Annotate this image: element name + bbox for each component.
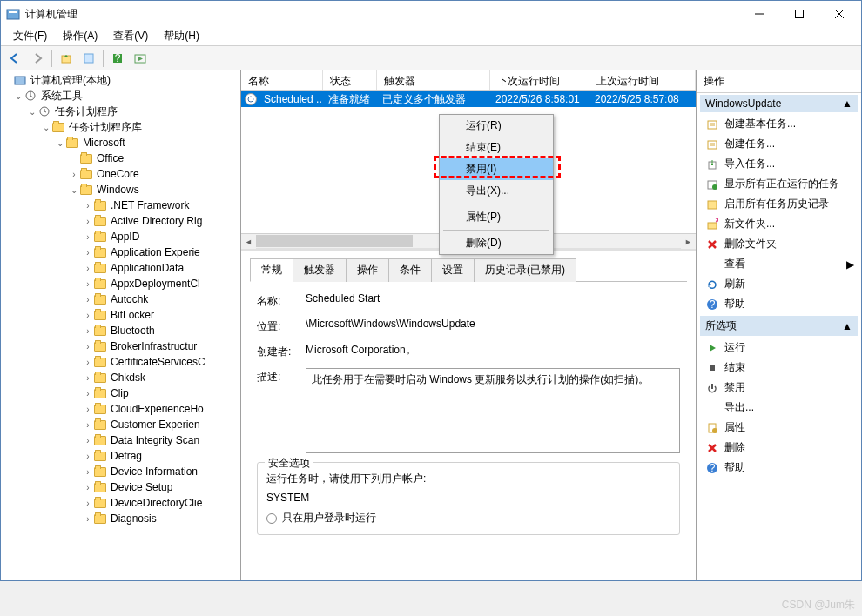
menu-help[interactable]: 帮助(H) <box>157 27 206 45</box>
tree-item[interactable]: ›Active Directory Rig <box>1 213 240 229</box>
back-button[interactable] <box>4 48 25 69</box>
tree-item[interactable]: ›DeviceDirectoryClie <box>1 495 240 511</box>
tree-pane[interactable]: 计算机管理(本地) ⌄系统工具 ⌄任务计划程序 ⌄任务计划程序库 ⌄Micros… <box>1 70 241 580</box>
svg-rect-1 <box>9 11 17 13</box>
scroll-thumb[interactable] <box>256 235 413 247</box>
ctx-disable[interactable]: 禁用(I) <box>440 158 553 180</box>
minimize-button[interactable] <box>739 2 779 26</box>
table-row[interactable]: Scheduled ... 准备就绪 已定义多个触发器 2022/5/26 8:… <box>241 91 696 107</box>
col-last[interactable]: 上次运行时间 <box>589 70 696 90</box>
cell-last: 2022/5/25 8:57:08 <box>588 93 696 105</box>
col-status[interactable]: 状态 <box>323 70 377 90</box>
up-button[interactable] <box>56 48 77 69</box>
ctx-export[interactable]: 导出(X)... <box>440 180 553 202</box>
tree-item[interactable]: ›BitLocker <box>1 307 240 323</box>
tree-item[interactable]: ›AppID <box>1 229 240 244</box>
action-item[interactable]: 结束 <box>700 358 858 378</box>
tree-item[interactable]: ›ApplicationData <box>1 260 240 276</box>
tree-label: CertificateServicesC <box>111 356 205 368</box>
folder-icon <box>93 403 107 415</box>
folder-icon <box>93 246 107 258</box>
tab-actions[interactable]: 操作 <box>346 258 389 282</box>
maximize-button[interactable] <box>779 2 819 26</box>
tree-item[interactable]: ›CloudExperienceHo <box>1 401 240 417</box>
action-item[interactable]: 禁用 <box>700 378 858 398</box>
svg-text:?: ? <box>115 52 121 64</box>
menu-file[interactable]: 文件(F) <box>6 27 54 45</box>
tree-item[interactable]: ›Data Integrity Scan <box>1 432 240 448</box>
help-button[interactable]: ? <box>107 48 128 69</box>
tree-item[interactable]: ›CertificateServicesC <box>1 354 240 370</box>
ctx-end[interactable]: 结束(E) <box>440 137 553 158</box>
scroll-left-button[interactable]: ◄ <box>241 234 256 249</box>
action-icon: ? <box>705 461 719 475</box>
tree-item[interactable]: ›.NET Framework <box>1 198 240 213</box>
properties-button[interactable] <box>78 48 99 69</box>
titlebar[interactable]: 计算机管理 <box>1 1 861 27</box>
action-item[interactable]: ?帮助 <box>700 294 858 314</box>
menu-view[interactable]: 查看(V) <box>106 27 155 45</box>
tree-item[interactable]: ›Defrag <box>1 448 240 464</box>
action-header-selected[interactable]: 所选项▲ <box>700 316 858 336</box>
tree-item[interactable]: ›Customer Experien <box>1 417 240 432</box>
col-next[interactable]: 下次运行时间 <box>490 70 589 90</box>
tree-label: Chkdsk <box>111 372 145 384</box>
folder-icon <box>93 450 107 462</box>
action-item[interactable]: 导出... <box>700 398 858 418</box>
tree-microsoft[interactable]: ⌄Microsoft <box>1 135 240 151</box>
action-item[interactable]: 属性 <box>700 418 858 438</box>
tree-item[interactable]: ›Application Experie <box>1 244 240 260</box>
action-item[interactable]: 运行 <box>700 338 858 358</box>
tree-task-scheduler[interactable]: ⌄任务计划程序 <box>1 104 240 119</box>
tree-item[interactable]: ›Clip <box>1 385 240 401</box>
forward-button[interactable] <box>27 48 48 69</box>
toolbar-separator <box>51 50 52 67</box>
tree-task-library[interactable]: ⌄任务计划程序库 <box>1 119 240 135</box>
tree-item[interactable]: ›Device Information <box>1 464 240 479</box>
ctx-properties[interactable]: 属性(P) <box>440 206 553 228</box>
tree-item[interactable]: ›BrokerInfrastructur <box>1 338 240 354</box>
action-item[interactable]: ✱新文件夹... <box>700 214 858 234</box>
action-item[interactable]: 查看▶ <box>700 254 858 274</box>
tree-item[interactable]: ›Chkdsk <box>1 370 240 385</box>
tree-item[interactable]: ›AppxDeploymentCl <box>1 276 240 291</box>
tree-windows[interactable]: ⌄Windows <box>1 182 240 198</box>
action-item[interactable]: 启用所有任务历史记录 <box>700 194 858 214</box>
action-item[interactable]: 显示所有正在运行的任务 <box>700 174 858 194</box>
tree-item[interactable]: ›Device Setup <box>1 479 240 495</box>
tree-office[interactable]: Office <box>1 151 240 166</box>
close-button[interactable] <box>819 2 859 26</box>
menu-action[interactable]: 操作(A) <box>56 27 104 45</box>
action-item[interactable]: 刷新 <box>700 274 858 294</box>
action-item[interactable]: 导入任务... <box>700 154 858 174</box>
radio-logon-only[interactable]: 只在用户登录时运行 <box>266 511 670 526</box>
run-button[interactable] <box>130 48 151 69</box>
action-item[interactable]: 创建基本任务... <box>700 114 858 134</box>
tree-root[interactable]: 计算机管理(本地) <box>1 72 240 88</box>
col-name[interactable]: 名称 <box>241 70 323 90</box>
action-label: 创建基本任务... <box>724 117 796 131</box>
action-item[interactable]: 删除 <box>700 438 858 458</box>
action-item[interactable]: 创建任务... <box>700 134 858 154</box>
tree-label: Bluetooth <box>111 325 155 337</box>
action-item[interactable]: 删除文件夹 <box>700 234 858 254</box>
tab-conditions[interactable]: 条件 <box>388 258 432 282</box>
scroll-right-button[interactable]: ► <box>681 234 696 249</box>
description-box[interactable]: 此任务用于在需要时启动 Windows 更新服务以执行计划的操作(如扫描)。 <box>306 368 680 453</box>
tree-label: Data Integrity Scan <box>111 434 199 446</box>
tree-item[interactable]: ›Bluetooth <box>1 323 240 338</box>
ctx-delete[interactable]: 删除(D) <box>440 232 553 254</box>
action-item[interactable]: ?帮助 <box>700 458 858 478</box>
action-label: 运行 <box>724 340 745 355</box>
col-trigger[interactable]: 触发器 <box>377 70 490 90</box>
action-header-windowsupdate[interactable]: WindowsUpdate▲ <box>700 95 858 112</box>
tab-settings[interactable]: 设置 <box>431 258 475 282</box>
tree-onecore[interactable]: ›OneCore <box>1 166 240 182</box>
tree-system-tools[interactable]: ⌄系统工具 <box>1 88 240 104</box>
tab-general[interactable]: 常规 <box>250 258 293 282</box>
tree-item[interactable]: ›Diagnosis <box>1 511 240 526</box>
tab-history[interactable]: 历史记录(已禁用) <box>474 258 576 282</box>
ctx-run[interactable]: 运行(R) <box>440 115 553 137</box>
tab-triggers[interactable]: 触发器 <box>293 258 347 282</box>
tree-item[interactable]: ›Autochk <box>1 291 240 307</box>
